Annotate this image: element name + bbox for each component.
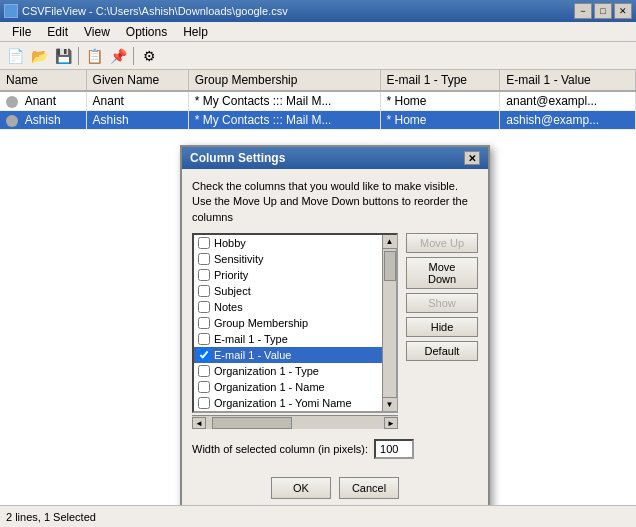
scroll-down-arrow[interactable]: ▼ bbox=[383, 397, 397, 411]
cancel-button[interactable]: Cancel bbox=[339, 477, 399, 499]
list-item-org1-yomi[interactable]: Organization 1 - Yomi Name bbox=[194, 395, 382, 411]
list-item-org1-type[interactable]: Organization 1 - Type bbox=[194, 363, 382, 379]
minimize-button[interactable]: − bbox=[574, 3, 592, 19]
table-row[interactable]: Anant Anant * My Contacts ::: Mail M... … bbox=[0, 91, 636, 111]
list-item-org1-name[interactable]: Organization 1 - Name bbox=[194, 379, 382, 395]
row2-email-value: ashish@examp... bbox=[500, 111, 636, 130]
h-scroll-left-arrow[interactable]: ◄ bbox=[192, 417, 206, 429]
checkbox-sensitivity[interactable] bbox=[198, 253, 210, 265]
list-item-sensitivity[interactable]: Sensitivity bbox=[194, 251, 382, 267]
copy-icon[interactable]: 📋 bbox=[83, 45, 105, 67]
button-panel: Move Up Move Down Show Hide Default bbox=[406, 233, 478, 429]
row1-email-type: * Home bbox=[380, 91, 500, 111]
window-title: CSVFileView - C:\Users\Ashish\Downloads\… bbox=[22, 5, 288, 17]
menu-file[interactable]: File bbox=[4, 23, 39, 41]
list-item-priority[interactable]: Priority bbox=[194, 267, 382, 283]
row2-email-type: * Home bbox=[380, 111, 500, 130]
menu-help[interactable]: Help bbox=[175, 23, 216, 41]
dialog-close-button[interactable]: ✕ bbox=[464, 151, 480, 165]
menu-options[interactable]: Options bbox=[118, 23, 175, 41]
new-icon[interactable]: 📄 bbox=[4, 45, 26, 67]
checkbox-email1-type[interactable] bbox=[198, 333, 210, 345]
dialog-content: Hobby Sensitivity Priority Subject bbox=[192, 233, 478, 429]
hide-button[interactable]: Hide bbox=[406, 317, 478, 337]
scroll-up-arrow[interactable]: ▲ bbox=[383, 235, 397, 249]
table-row[interactable]: Ashish Ashish * My Contacts ::: Mail M..… bbox=[0, 111, 636, 130]
dialog-footer: OK Cancel bbox=[182, 469, 488, 509]
checkbox-org1-type[interactable] bbox=[198, 365, 210, 377]
status-text: 2 lines, 1 Selected bbox=[6, 511, 96, 523]
menu-bar: File Edit View Options Help bbox=[0, 22, 636, 42]
status-bar: 2 lines, 1 Selected bbox=[0, 505, 636, 527]
row2-name: Ashish bbox=[0, 111, 86, 130]
title-bar-left: CSVFileView - C:\Users\Ashish\Downloads\… bbox=[4, 4, 288, 18]
close-button[interactable]: ✕ bbox=[614, 3, 632, 19]
show-button[interactable]: Show bbox=[406, 293, 478, 313]
row2-given-name: Ashish bbox=[86, 111, 188, 130]
row1-given-name: Anant bbox=[86, 91, 188, 111]
list-item-group-membership[interactable]: Group Membership bbox=[194, 315, 382, 331]
col-group-membership[interactable]: Group Membership bbox=[188, 70, 380, 91]
row1-name: Anant bbox=[0, 91, 86, 111]
toolbar: 📄 📂 💾 📋 📌 ⚙ bbox=[0, 42, 636, 70]
paste-icon[interactable]: 📌 bbox=[107, 45, 129, 67]
checkbox-group-membership[interactable] bbox=[198, 317, 210, 329]
checkbox-notes[interactable] bbox=[198, 301, 210, 313]
settings-icon[interactable]: ⚙ bbox=[138, 45, 160, 67]
menu-edit[interactable]: Edit bbox=[39, 23, 76, 41]
title-bar: CSVFileView - C:\Users\Ashish\Downloads\… bbox=[0, 0, 636, 22]
menu-view[interactable]: View bbox=[76, 23, 118, 41]
row1-group: * My Contacts ::: Mail M... bbox=[188, 91, 380, 111]
checkbox-priority[interactable] bbox=[198, 269, 210, 281]
ok-button[interactable]: OK bbox=[271, 477, 331, 499]
checkbox-subject[interactable] bbox=[198, 285, 210, 297]
list-area: Hobby Sensitivity Priority Subject bbox=[192, 233, 398, 429]
app-icon bbox=[4, 4, 18, 18]
checkbox-org1-yomi[interactable] bbox=[198, 397, 210, 409]
data-table: Name Given Name Group Membership E-mail … bbox=[0, 70, 636, 130]
width-label: Width of selected column (in pixels): bbox=[192, 443, 368, 455]
vertical-scrollbar[interactable]: ▲ ▼ bbox=[382, 235, 396, 411]
column-settings-dialog: Column Settings ✕ Check the columns that… bbox=[180, 145, 490, 511]
checkbox-email1-value[interactable] bbox=[198, 349, 210, 361]
list-item-notes[interactable]: Notes bbox=[194, 299, 382, 315]
toolbar-separator-1 bbox=[78, 47, 79, 65]
col-given-name[interactable]: Given Name bbox=[86, 70, 188, 91]
list-item-email1-type[interactable]: E-mail 1 - Type bbox=[194, 331, 382, 347]
default-button[interactable]: Default bbox=[406, 341, 478, 361]
col-email-value[interactable]: E-mail 1 - Value bbox=[500, 70, 636, 91]
width-input[interactable] bbox=[374, 439, 414, 459]
horizontal-scrollbar[interactable]: ◄ ► bbox=[192, 415, 398, 429]
toolbar-separator-2 bbox=[133, 47, 134, 65]
title-bar-controls[interactable]: − □ ✕ bbox=[574, 3, 632, 19]
row2-group: * My Contacts ::: Mail M... bbox=[188, 111, 380, 130]
dialog-title-text: Column Settings bbox=[190, 151, 285, 165]
col-email-type[interactable]: E-mail 1 - Type bbox=[380, 70, 500, 91]
width-row: Width of selected column (in pixels): bbox=[192, 439, 478, 459]
move-up-button[interactable]: Move Up bbox=[406, 233, 478, 253]
checkbox-org1-name[interactable] bbox=[198, 381, 210, 393]
table-header-row: Name Given Name Group Membership E-mail … bbox=[0, 70, 636, 91]
save-icon[interactable]: 💾 bbox=[52, 45, 74, 67]
column-list-container: Hobby Sensitivity Priority Subject bbox=[192, 233, 398, 413]
checkbox-hobby[interactable] bbox=[198, 237, 210, 249]
maximize-button[interactable]: □ bbox=[594, 3, 612, 19]
row1-email-value: anant@exampl... bbox=[500, 91, 636, 111]
row-indicator-icon bbox=[6, 115, 18, 127]
h-scroll-thumb[interactable] bbox=[212, 417, 292, 429]
scroll-thumb[interactable] bbox=[384, 251, 396, 281]
col-name[interactable]: Name bbox=[0, 70, 86, 91]
dialog-body: Check the columns that you would like to… bbox=[182, 169, 488, 469]
list-item-subject[interactable]: Subject bbox=[194, 283, 382, 299]
column-list[interactable]: Hobby Sensitivity Priority Subject bbox=[194, 235, 382, 411]
list-item-email1-value[interactable]: E-mail 1 - Value bbox=[194, 347, 382, 363]
dialog-title-bar: Column Settings ✕ bbox=[182, 147, 488, 169]
dialog-description: Check the columns that you would like to… bbox=[192, 179, 478, 225]
open-icon[interactable]: 📂 bbox=[28, 45, 50, 67]
move-down-button[interactable]: Move Down bbox=[406, 257, 478, 289]
list-item-hobby[interactable]: Hobby bbox=[194, 235, 382, 251]
h-scroll-right-arrow[interactable]: ► bbox=[384, 417, 398, 429]
row-indicator-icon bbox=[6, 96, 18, 108]
